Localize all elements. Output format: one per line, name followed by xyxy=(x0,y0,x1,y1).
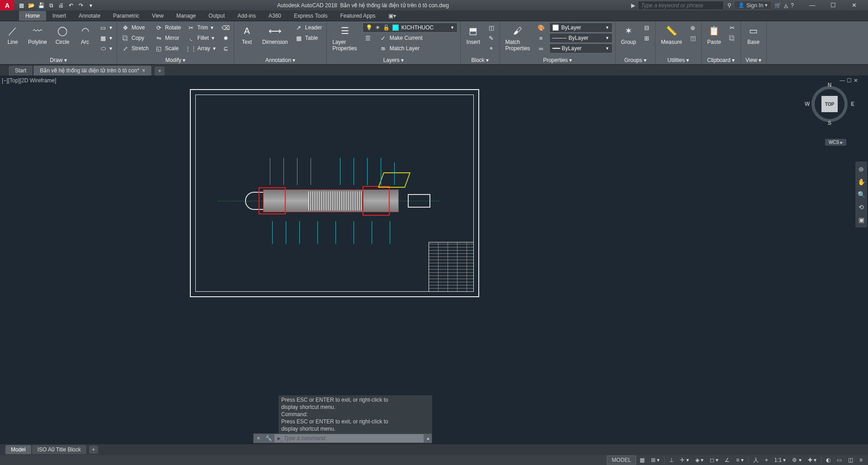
new-layout-button[interactable]: + xyxy=(89,446,98,454)
panel-groups-label[interactable]: Groups ▾ xyxy=(618,56,652,64)
prop-lw-icon[interactable]: ═ xyxy=(536,43,547,53)
exchange-icon[interactable]: 🛒 xyxy=(774,2,781,9)
base-button[interactable]: ▭Base xyxy=(744,23,764,46)
minimize-button[interactable]: — xyxy=(802,0,823,10)
qat-dropdown-icon[interactable]: ▾ xyxy=(87,1,95,9)
tab-featured[interactable]: Featured Apps xyxy=(334,11,382,21)
util-2-button[interactable]: ◫ xyxy=(688,33,698,43)
rectangle-button[interactable]: ▭▾ xyxy=(98,23,114,33)
status-lwt-icon[interactable]: ≡ ▾ xyxy=(733,456,746,464)
status-grid-icon[interactable]: ▦ xyxy=(637,456,647,464)
cut-button[interactable]: ✂ xyxy=(727,23,738,33)
polyline-button[interactable]: 〰Polyline xyxy=(25,23,50,46)
file-tab-document[interactable]: Bản vẽ hệ thống lái điện tử trên ô tô co… xyxy=(33,65,152,76)
group-button[interactable]: ✶Group xyxy=(618,23,639,46)
text-button[interactable]: AText xyxy=(237,23,257,46)
linetype-dropdown[interactable]: ———ByLayer▼ xyxy=(549,33,613,43)
status-clean-icon[interactable]: ▭ xyxy=(834,456,844,464)
panel-clipboard-label[interactable]: Clipboard ▾ xyxy=(704,56,738,64)
status-iso3-icon[interactable]: ◫ xyxy=(845,456,856,464)
util-1-button[interactable]: ⊕ xyxy=(688,23,698,33)
block-edit-button[interactable]: ✎ xyxy=(486,33,497,43)
status-osnap-icon[interactable]: ◻ ▾ xyxy=(707,456,721,464)
status-ortho-icon[interactable]: ⊥ xyxy=(666,456,676,464)
layer-properties-button[interactable]: ☰Layer Properties xyxy=(330,23,360,52)
scale-button[interactable]: ◱Scale xyxy=(153,43,183,53)
rotate-button[interactable]: ⟳Rotate xyxy=(153,23,183,33)
line-button[interactable]: ／Line xyxy=(3,23,23,46)
panel-layers-label[interactable]: Layers ▾ xyxy=(330,56,458,64)
wcs-indicator[interactable]: WCS ▸ xyxy=(825,139,846,146)
qat-saveas-icon[interactable]: ⧉ xyxy=(47,1,55,9)
table-button[interactable]: ▦Table xyxy=(293,33,324,43)
infocenter-icon[interactable]: ⚲ xyxy=(727,2,731,9)
qat-new-icon[interactable]: ▦ xyxy=(17,1,25,9)
status-qp-icon[interactable]: ◐ xyxy=(823,456,833,464)
tab-view[interactable]: View xyxy=(146,11,170,21)
layout-tab-iso[interactable]: ISO A0 Title Block xyxy=(32,445,86,454)
search-play-icon[interactable]: ▶ xyxy=(628,2,638,9)
status-snap-icon[interactable]: ⊞ ▾ xyxy=(648,456,662,464)
measure-button[interactable]: 📏Measure xyxy=(658,23,685,46)
paste-button[interactable]: 📋Paste xyxy=(704,23,724,46)
mirror-button[interactable]: ⇋Mirror xyxy=(153,33,183,43)
tab-addins[interactable]: Add-ins xyxy=(231,11,262,21)
status-custom-icon[interactable]: ≡ xyxy=(857,456,865,464)
match-layer-button[interactable]: ≋Match Layer xyxy=(378,43,425,53)
tab-a360[interactable]: A360 xyxy=(262,11,288,21)
ellipse-button[interactable]: ⬭▾ xyxy=(98,43,114,53)
vp-maximize-icon[interactable]: ☐ xyxy=(847,77,852,84)
block-create-button[interactable]: ◫ xyxy=(486,23,497,33)
tab-annotate[interactable]: Annotate xyxy=(72,11,107,21)
panel-properties-label[interactable]: Properties ▾ xyxy=(503,56,613,64)
tab-express[interactable]: Express Tools xyxy=(288,11,334,21)
viewport-label[interactable]: [−][Top][2D Wireframe] xyxy=(2,77,56,84)
leader-button[interactable]: ↗Leader xyxy=(293,23,324,33)
lineweight-dropdown[interactable]: ━━━ByLayer▼ xyxy=(549,43,613,53)
tab-insert[interactable]: Insert xyxy=(46,11,72,21)
explode-button[interactable]: ✹ xyxy=(220,33,231,43)
nav-pan-icon[interactable]: ✋ xyxy=(856,177,866,187)
qat-redo-icon[interactable]: ↷ xyxy=(77,1,85,9)
copy-button[interactable]: ⿻Copy xyxy=(120,33,151,43)
cmd-customize-icon[interactable]: 🔧 xyxy=(264,435,274,441)
hatch-button[interactable]: ▦▾ xyxy=(98,33,114,43)
move-button[interactable]: ✥Move xyxy=(120,23,151,33)
view-cube[interactable]: N S E W TOP xyxy=(809,84,850,124)
layer-dropdown[interactable]: 💡 ☀ 🔓 KICHTHUOC▼ xyxy=(363,23,458,33)
close-button[interactable]: ✕ xyxy=(844,0,864,10)
panel-draw-label[interactable]: Draw ▾ xyxy=(3,56,114,64)
insert-button[interactable]: ⬒Insert xyxy=(463,23,483,46)
maximize-button[interactable]: ☐ xyxy=(823,0,844,10)
qat-save-icon[interactable]: 💾 xyxy=(37,1,45,9)
status-otrack-icon[interactable]: ∠ xyxy=(722,456,732,464)
trim-button[interactable]: ✂Trim ▾ xyxy=(185,23,217,33)
panel-view-label[interactable]: View ▾ xyxy=(744,56,764,64)
panel-annotation-label[interactable]: Annotation ▾ xyxy=(237,56,324,64)
status-gear-icon[interactable]: ⚙ ▾ xyxy=(789,456,804,464)
panel-block-label[interactable]: Block ▾ xyxy=(463,56,497,64)
erase-button[interactable]: ⌫ xyxy=(220,23,231,33)
panel-modify-label[interactable]: Modify ▾ xyxy=(120,56,231,64)
nav-showmotion-icon[interactable]: ▣ xyxy=(856,215,866,225)
qat-undo-icon[interactable]: ↶ xyxy=(67,1,75,9)
arc-button[interactable]: ◠Arc xyxy=(75,23,95,46)
viewcube-top-face[interactable]: TOP xyxy=(821,96,838,112)
app-logo[interactable]: A xyxy=(0,0,14,10)
qat-print-icon[interactable]: 🖨 xyxy=(57,1,65,9)
layout-tab-model[interactable]: Model xyxy=(5,445,31,454)
cmd-recent-icon[interactable]: ▲ xyxy=(425,436,432,441)
tab-manage[interactable]: Manage xyxy=(170,11,202,21)
nav-orbit-icon[interactable]: ⟲ xyxy=(856,202,866,212)
new-tab-button[interactable]: + xyxy=(155,66,165,76)
sign-in-button[interactable]: 👤 Sign In ▾ xyxy=(734,1,772,10)
match-properties-button[interactable]: 🖌Match Properties xyxy=(503,23,533,52)
dimension-button[interactable]: ⟷Dimension xyxy=(259,23,291,46)
status-add-icon[interactable]: ✚ ▾ xyxy=(805,456,819,464)
array-button[interactable]: ⋮⋮Array ▾ xyxy=(185,43,217,53)
tab-close-icon[interactable]: × xyxy=(142,67,145,74)
prop-color-icon[interactable]: 🎨 xyxy=(536,23,547,33)
offset-button[interactable]: ⊆ xyxy=(220,43,231,53)
color-dropdown[interactable]: ByLayer▼ xyxy=(549,23,613,33)
file-tab-start[interactable]: Start xyxy=(8,65,33,76)
